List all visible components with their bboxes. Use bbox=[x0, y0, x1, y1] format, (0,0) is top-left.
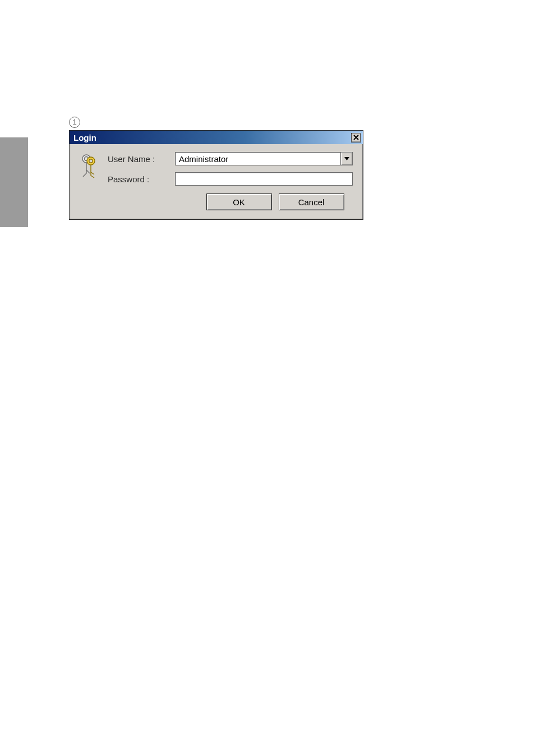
password-label: Password : bbox=[108, 174, 175, 184]
username-input[interactable] bbox=[176, 153, 340, 165]
keys-icon bbox=[77, 152, 100, 186]
cancel-button[interactable]: Cancel bbox=[279, 193, 344, 210]
username-combo[interactable] bbox=[175, 152, 353, 165]
dialog-content: User Name : Password : bbox=[70, 144, 363, 193]
dialog-buttons: OK Cancel bbox=[187, 193, 363, 219]
ok-button[interactable]: OK bbox=[206, 193, 272, 210]
close-button[interactable] bbox=[351, 133, 361, 142]
chevron-down-icon bbox=[344, 157, 349, 160]
callout-marker: 1 bbox=[69, 117, 80, 128]
form-fields: User Name : Password : bbox=[108, 152, 353, 186]
close-icon bbox=[353, 135, 359, 140]
login-dialog: Login User Name : bbox=[69, 130, 363, 220]
svg-point-3 bbox=[89, 159, 93, 163]
cancel-button-label: Cancel bbox=[298, 197, 325, 207]
username-label: User Name : bbox=[108, 154, 175, 164]
ok-button-label: OK bbox=[233, 197, 245, 207]
callout-number: 1 bbox=[72, 118, 76, 126]
page-side-tab bbox=[0, 137, 28, 227]
username-dropdown-button[interactable] bbox=[340, 153, 352, 165]
titlebar: Login bbox=[70, 131, 363, 144]
password-input[interactable] bbox=[175, 172, 353, 186]
window-title: Login bbox=[73, 133, 351, 142]
